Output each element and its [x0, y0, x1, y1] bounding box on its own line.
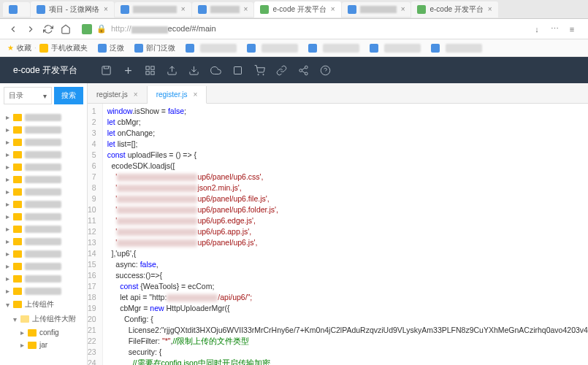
code-editor[interactable]: 1234567891011121314151617181920212223242… [88, 104, 588, 365]
close-icon[interactable]: × [401, 5, 405, 13]
bookmark-item[interactable]: 部门泛微 [134, 43, 175, 53]
tree-item[interactable]: ▸ [0, 111, 87, 123]
bookmark-item[interactable] [431, 44, 482, 53]
close-icon[interactable]: × [134, 91, 138, 99]
bookmark-item[interactable] [186, 44, 237, 53]
tree-item[interactable]: ▸ [0, 161, 87, 173]
browser-tab[interactable]: × [342, 2, 411, 17]
favicon-icon [98, 44, 107, 53]
browser-tab[interactable] [3, 2, 30, 17]
folder-icon [13, 238, 22, 245]
bookmark-item[interactable]: 手机收藏夹 [39, 43, 88, 53]
tree-item[interactable]: ▸ [0, 185, 87, 198]
folder-icon [13, 226, 22, 233]
star-icon: ★ [7, 44, 14, 52]
close-icon[interactable]: × [488, 5, 492, 13]
browser-tab[interactable]: × [115, 2, 191, 17]
back-button[interactable] [6, 22, 20, 36]
share-icon[interactable] [292, 57, 314, 83]
box-icon[interactable] [226, 57, 248, 83]
fav-label: 收藏 [17, 43, 31, 53]
tree-item[interactable]: ▸ [0, 235, 87, 247]
cloud-icon[interactable] [205, 57, 226, 83]
tree-item[interactable]: ▸ [0, 123, 87, 136]
svg-rect-4 [150, 71, 153, 74]
close-icon[interactable]: × [331, 5, 335, 13]
folder-icon [13, 164, 22, 171]
favicon-icon [348, 5, 356, 14]
lock-icon: 🔒 [96, 24, 107, 34]
tree-item[interactable]: ▸ [0, 173, 87, 185]
favicon-icon [9, 5, 18, 14]
overflow-icon[interactable]: ≡ [565, 22, 579, 36]
download-icon[interactable]: ↓ [530, 22, 544, 36]
close-icon[interactable]: × [193, 91, 197, 99]
save-icon[interactable] [95, 57, 117, 83]
home-button[interactable] [58, 22, 73, 36]
chevron-down-icon: ▾ [43, 92, 47, 100]
tree-item[interactable]: ▸ [0, 260, 87, 272]
favicon-icon [121, 5, 129, 14]
folder-icon [13, 126, 22, 134]
tree-item[interactable]: ▸ [0, 136, 87, 148]
tree-item-upload[interactable]: ▾上传组件 [0, 297, 87, 312]
reload-button[interactable] [41, 22, 56, 36]
folder-icon [39, 44, 48, 53]
browser-tab[interactable]: 项目 - 泛微网络× [31, 1, 114, 18]
plus-icon[interactable] [117, 57, 139, 83]
menu-icon[interactable]: ⋯ [547, 22, 562, 36]
tree-item[interactable]: ▸ [0, 272, 87, 285]
bookmark-item[interactable] [308, 44, 359, 53]
cart-icon[interactable] [248, 57, 270, 83]
tree-item[interactable]: ▸ [0, 285, 87, 297]
bookmark-item[interactable] [370, 44, 421, 53]
favicon-icon [417, 5, 426, 14]
close-icon[interactable]: × [244, 5, 248, 13]
tree-item[interactable]: ▾上传组件大附 [0, 312, 87, 326]
line-numbers: 1234567891011121314151617181920212223242… [88, 104, 103, 365]
svg-rect-2 [150, 66, 153, 69]
file-tab[interactable]: register.js× [88, 86, 148, 103]
ide-header: e-code 开发平台 [0, 57, 588, 83]
directory-select[interactable]: 目录▾ [4, 87, 52, 104]
tree-item[interactable]: ▸ [0, 198, 87, 210]
tree-item-jar[interactable]: ▸jar [0, 339, 87, 351]
svg-rect-5 [234, 66, 241, 74]
svg-rect-1 [145, 66, 148, 69]
tab-label: e-code 开发平台 [429, 4, 483, 15]
folder-icon [13, 250, 22, 258]
nav-bar: 🔒 http://ecode/#/main ↓ ⋯ ≡ [0, 19, 588, 39]
favicon-icon [37, 5, 45, 14]
favicon-icon [247, 44, 256, 53]
tree-item[interactable]: ▸ [0, 223, 87, 235]
help-icon[interactable] [314, 57, 336, 83]
code-lines[interactable]: window.isShow = false; let cbMgr; let on… [103, 104, 588, 365]
search-button[interactable]: 搜索 [54, 87, 83, 104]
browser-tab[interactable]: × [192, 2, 254, 17]
url-bar[interactable]: 🔒 http://ecode/#/main [82, 24, 524, 34]
tab-label: e-code 开发平台 [272, 4, 326, 15]
forward-button[interactable] [23, 22, 38, 36]
folder-icon [28, 342, 37, 349]
svg-point-11 [321, 66, 330, 75]
bookmark-item[interactable] [247, 44, 298, 53]
download-icon[interactable] [183, 57, 205, 83]
tree-item[interactable]: ▸ [0, 247, 87, 260]
browser-tabs: 项目 - 泛微网络× × × e-code 开发平台× × e-code 开发平… [0, 0, 588, 19]
favicon-icon [308, 44, 317, 53]
file-tab-active[interactable]: register.js× [148, 86, 207, 104]
tree-item[interactable]: ▸ [0, 210, 87, 223]
bookmark-item[interactable]: 泛微 [98, 43, 124, 53]
browser-tab-active[interactable]: e-code 开发平台× [254, 1, 340, 18]
grid-icon[interactable] [139, 57, 161, 83]
close-icon[interactable]: × [181, 5, 186, 13]
link-icon[interactable] [270, 57, 292, 83]
favicon-icon [431, 44, 440, 53]
folder-icon [13, 275, 22, 283]
tree-item[interactable]: ▸ [0, 148, 87, 161]
browser-tab[interactable]: e-code 开发平台× [411, 1, 497, 18]
bookmarks-bar: ★ 收藏 · 手机收藏夹 泛微 部门泛微 [0, 39, 588, 57]
upload-icon[interactable] [161, 57, 183, 83]
tree-item-config[interactable]: ▸config [0, 326, 87, 339]
close-icon[interactable]: × [104, 5, 108, 13]
